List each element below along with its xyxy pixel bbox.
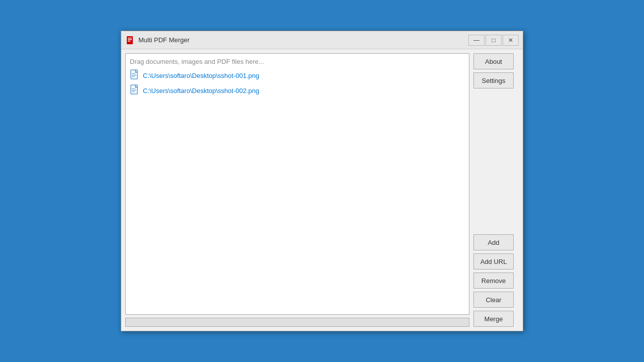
svg-rect-2 bbox=[128, 39, 132, 40]
title-bar: Multi PDF Merger — □ ✕ bbox=[121, 31, 523, 49]
sidebar: About Settings Add Add URL Remove Clear … bbox=[473, 53, 519, 327]
drop-hint: Drag documents, images and PDF files her… bbox=[130, 58, 264, 65]
app-icon bbox=[125, 35, 135, 45]
file-path: C:\Users\softaro\Desktop\sshot-002.png bbox=[143, 87, 259, 95]
close-button[interactable]: ✕ bbox=[503, 35, 519, 46]
file-icon bbox=[130, 69, 140, 81]
file-items: C:\Users\softaro\Desktop\sshot-001.png bbox=[126, 68, 469, 98]
progress-bar-container bbox=[125, 318, 469, 327]
title-bar-left: Multi PDF Merger bbox=[125, 35, 190, 45]
drop-zone[interactable]: Drag documents, images and PDF files her… bbox=[125, 53, 469, 315]
main-window: Multi PDF Merger — □ ✕ Drag documents, i… bbox=[121, 31, 523, 331]
svg-rect-9 bbox=[132, 88, 135, 89]
about-button[interactable]: About bbox=[473, 53, 514, 69]
sidebar-top: About Settings bbox=[473, 53, 519, 88]
merge-button[interactable]: Merge bbox=[473, 311, 514, 327]
add-button[interactable]: Add bbox=[473, 234, 514, 250]
file-list-area: Drag documents, images and PDF files her… bbox=[125, 53, 469, 327]
sidebar-spacer bbox=[473, 92, 519, 231]
svg-rect-11 bbox=[132, 92, 135, 92]
settings-button[interactable]: Settings bbox=[473, 72, 514, 88]
svg-rect-6 bbox=[132, 75, 136, 75]
list-item[interactable]: C:\Users\softaro\Desktop\sshot-001.png bbox=[126, 68, 469, 83]
remove-button[interactable]: Remove bbox=[473, 273, 514, 289]
svg-rect-5 bbox=[132, 73, 135, 74]
svg-rect-7 bbox=[132, 76, 135, 77]
title-bar-controls: — □ ✕ bbox=[468, 35, 519, 46]
list-item[interactable]: C:\Users\softaro\Desktop\sshot-002.png bbox=[126, 83, 469, 98]
maximize-button[interactable]: □ bbox=[486, 35, 502, 46]
svg-rect-1 bbox=[128, 38, 132, 39]
svg-rect-3 bbox=[128, 41, 130, 42]
clear-button[interactable]: Clear bbox=[473, 292, 514, 308]
svg-rect-10 bbox=[132, 90, 136, 90]
window-title: Multi PDF Merger bbox=[138, 36, 190, 44]
add-url-button[interactable]: Add URL bbox=[473, 253, 514, 269]
svg-rect-0 bbox=[127, 36, 133, 44]
minimize-button[interactable]: — bbox=[468, 35, 485, 46]
file-icon bbox=[130, 84, 140, 97]
sidebar-bottom: Add Add URL Remove Clear Merge bbox=[473, 234, 519, 327]
window-content: Drag documents, images and PDF files her… bbox=[121, 49, 523, 331]
file-path: C:\Users\softaro\Desktop\sshot-001.png bbox=[143, 72, 259, 79]
